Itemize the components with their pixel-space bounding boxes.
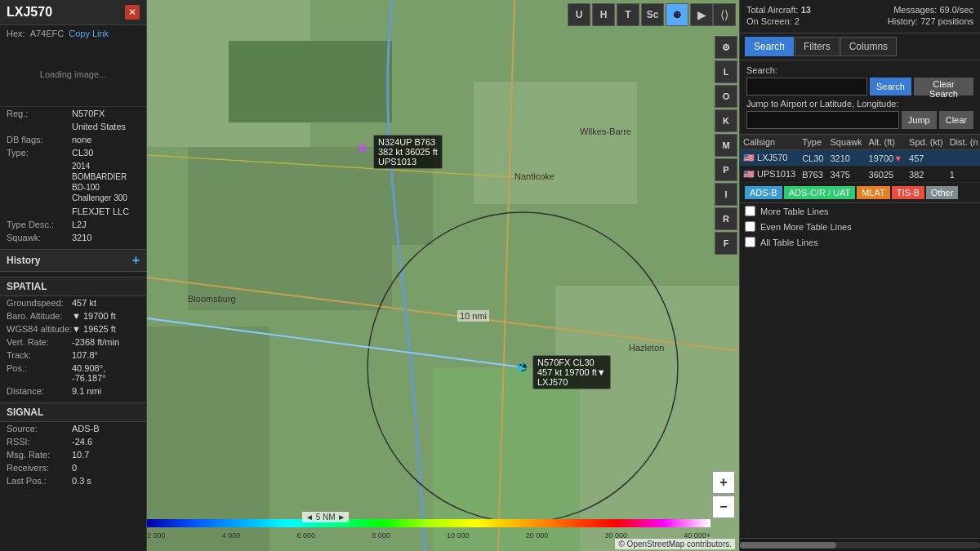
table-scrollbar[interactable]	[740, 538, 980, 551]
close-button[interactable]: ✕	[125, 5, 140, 20]
copy-link[interactable]: Copy Link	[69, 29, 109, 38]
jump-input[interactable]	[746, 111, 899, 129]
left-panel: LXJ570 ✕ Hex: A74EFC Copy Link Loading i…	[0, 0, 147, 551]
image-loading-text: Loading image...	[40, 69, 106, 79]
col-alt: Alt. (ft)	[866, 135, 906, 150]
side-btn-r[interactable]: R	[715, 207, 737, 230]
legend-mlat[interactable]: MLAT	[857, 186, 890, 199]
jump-label: Jump to Airport or Latitude, Longitude:	[746, 99, 973, 109]
baro-alt-label: Baro. Altitude:	[7, 311, 72, 321]
altitude-gradient	[147, 519, 710, 527]
all-table-lines-checkbox[interactable]	[745, 237, 755, 247]
ups1013-tooltip-line3: UPS1013	[378, 157, 438, 167]
type-full-row: 2014 BOMBARDIER BD-100 Challenger 300	[0, 159, 146, 205]
table-row[interactable]: 🇺🇸 LXJ570 CL30 3210 19700▼ 457	[740, 150, 980, 167]
h-button[interactable]: H	[592, 3, 615, 26]
cell-squawk: 3475	[826, 167, 865, 183]
map-top-bar: U H T Sc ⊕ ▶ ⟨⟩	[147, 0, 739, 29]
type-full-value: 2014 BOMBARDIER BD-100 Challenger 300	[72, 161, 140, 203]
operator-row: FLEXJET LLC	[0, 205, 146, 218]
nav-forward-button[interactable]: ▶	[690, 3, 713, 26]
legend-adsb[interactable]: ADS-B	[745, 186, 782, 199]
lxj570-tooltip-line1: N570FX CL30	[537, 358, 606, 367]
dbflags-value: none	[72, 135, 91, 144]
jump-button[interactable]: Jump	[902, 111, 937, 129]
more-table-lines-row: More Table Lines	[740, 203, 980, 219]
map-area[interactable]: U H T Sc ⊕ ▶ ⟨⟩ ⚙ L O K M P I R F ✈ N324…	[147, 0, 739, 551]
type-label: Type:	[7, 148, 72, 158]
aircraft-marker-ups1013[interactable]: ✈ N324UP B763 382 kt 36025 ft UPS1013	[355, 139, 369, 158]
tab-search[interactable]: Search	[745, 37, 794, 56]
sc-button[interactable]: Sc	[641, 3, 664, 26]
groundspeed-row: Groundspeed: 457 kt	[0, 296, 146, 309]
legend-other[interactable]: Other	[926, 186, 959, 199]
lastpos-label: Last Pos.:	[7, 476, 72, 486]
signal-label: SIGNAL	[7, 407, 43, 418]
vert-rate-value: -2368 ft/min	[72, 337, 119, 347]
cell-squawk: 3210	[826, 150, 865, 167]
operator-label	[7, 207, 72, 216]
legend-adscr[interactable]: ADS-C/R / UAT	[784, 186, 856, 199]
altitude-bar	[147, 518, 710, 528]
distance-row: Distance: 9.1 nmi	[0, 384, 146, 398]
reg-row: Reg.: N570FX	[0, 107, 146, 120]
cell-dist: 1	[947, 167, 980, 183]
t-button[interactable]: T	[617, 3, 639, 26]
squawk-label: Squawk:	[7, 233, 72, 242]
groundspeed-label: Groundspeed:	[7, 298, 72, 308]
hex-label: Hex:	[7, 29, 25, 38]
col-dist: Dist. (n	[947, 135, 980, 150]
side-btn-m[interactable]: M	[715, 134, 737, 157]
ups1013-tooltip-line1: N324UP B763	[378, 137, 438, 147]
side-btn-k[interactable]: K	[715, 109, 737, 132]
search-input[interactable]	[746, 78, 867, 96]
history-label: History	[7, 255, 40, 266]
dbflags-row: DB flags: none	[0, 133, 146, 146]
table-row[interactable]: 🇺🇸 UPS1013 B763 3475 36025 382 1	[740, 167, 980, 183]
side-btn-o[interactable]: O	[715, 85, 737, 108]
map-side-buttons: ⚙ L O K M P I R F	[713, 0, 739, 551]
cell-callsign: 🇺🇸 LXJ570	[740, 150, 799, 167]
squawk-row: Squawk: 3210	[0, 231, 146, 244]
legend-row: ADS-B ADS-C/R / UAT MLAT TIS-B Other	[740, 183, 980, 203]
u-button[interactable]: U	[568, 3, 590, 26]
more-table-lines-checkbox[interactable]	[745, 206, 755, 216]
search-button[interactable]: Search	[870, 78, 911, 96]
even-more-table-lines-checkbox[interactable]	[745, 221, 755, 232]
even-more-table-lines-label: Even More Table Lines	[760, 222, 852, 232]
side-btn-i[interactable]: I	[715, 183, 737, 206]
tab-filters[interactable]: Filters	[795, 37, 840, 56]
operator-value: FLEXJET LLC	[72, 207, 129, 216]
vert-rate-row: Vert. Rate: -2368 ft/min	[0, 335, 146, 349]
ups1013-tooltip-line2: 382 kt 36025 ft	[378, 147, 438, 157]
aircraft-marker-lxj570[interactable]: ✈ N570FX CL30 457 kt 19700 ft▼ LXJ570	[514, 359, 527, 377]
distance-value: 9.1 nmi	[72, 386, 101, 396]
source-value: ADS-B	[72, 424, 100, 433]
groundspeed-value: 457 kt	[72, 298, 96, 308]
clear-search-button[interactable]: Clear Search	[914, 78, 973, 96]
side-btn-p[interactable]: P	[715, 158, 737, 181]
col-type: Type	[799, 135, 826, 150]
side-btn-f[interactable]: F	[715, 232, 737, 255]
receivers-row: Receivers: 0	[0, 461, 146, 474]
legend-tisb[interactable]: TIS-B	[892, 186, 924, 199]
wgs84-alt-row: WGS84 altitude: ▼ 19625 ft	[0, 322, 146, 335]
spatial-section-header: SPATIAL	[0, 277, 146, 296]
msgrate-row: Msg. Rate: 10.7	[0, 448, 146, 461]
wgs84-alt-value: ▼ 19625 ft	[72, 324, 116, 334]
all-table-lines-label: All Table Lines	[760, 238, 818, 247]
search-row: Search Clear Search	[746, 78, 973, 96]
clear-button[interactable]: Clear	[939, 111, 973, 129]
side-btn-l[interactable]: L	[715, 60, 737, 83]
side-btn-gear[interactable]: ⚙	[715, 36, 737, 59]
all-table-lines-row: All Table Lines	[740, 234, 980, 250]
tab-columns[interactable]: Columns	[840, 37, 897, 56]
cell-alt: 36025	[866, 167, 906, 183]
rssi-row: RSSI: -24.6	[0, 435, 146, 448]
baro-alt-value: ▼ 19700 ft	[72, 311, 116, 321]
layers-button[interactable]: ⊕	[666, 3, 688, 26]
typedesc-label: Type Desc.:	[7, 220, 72, 229]
right-panel: Total Aircraft: 13 Messages: 69.0/sec On…	[739, 0, 980, 551]
msgrate-value: 10.7	[72, 450, 89, 460]
add-history-button[interactable]: +	[132, 253, 140, 268]
